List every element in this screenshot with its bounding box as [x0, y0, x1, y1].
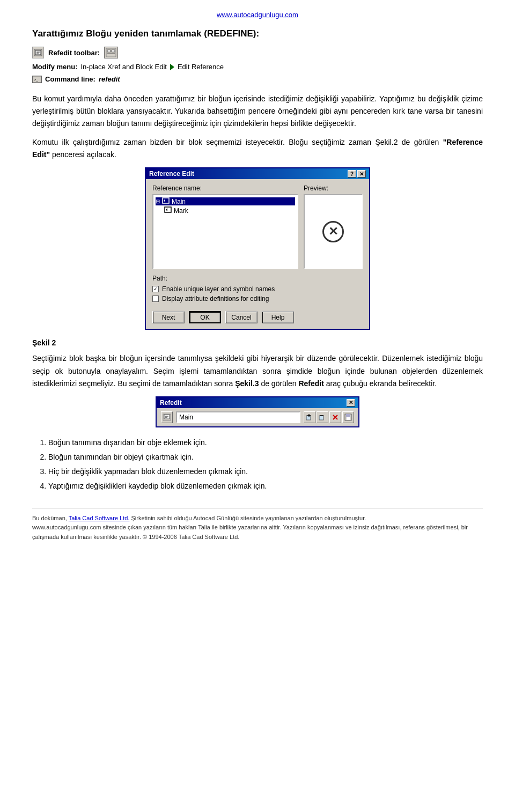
dialog-columns: Reference name: ⊟ Main — [152, 184, 363, 269]
svg-rect-5 — [107, 50, 111, 52]
dialog-right-panel: Preview: ✕ — [304, 184, 363, 269]
remove-from-working-set-icon — [319, 414, 326, 421]
modify-submenu: Edit Reference — [178, 63, 224, 71]
refedit-close-btn[interactable]: ✕ — [347, 399, 355, 407]
modify-menu-row: Modify menu: In-place Xref and Block Edi… — [32, 63, 483, 71]
toolbar-label: Refedit toolbar: — [48, 49, 100, 57]
checkbox-1-label: Enable unique layer and symbol names — [162, 285, 275, 293]
para3-bold2: Refedit — [298, 379, 323, 388]
ok-button[interactable]: OK — [189, 311, 221, 323]
paragraph-2: Komutu ilk çalıştırdığımız zaman bizden … — [32, 136, 483, 161]
help-button[interactable]: Help — [262, 311, 294, 323]
dialog-left-panel: Reference name: ⊟ Main — [152, 184, 298, 269]
refedit-box: Refedit ✕ Main — [156, 396, 359, 427]
footer-text2: Şirketinin sahibi olduğu Autocad Günlüğü… — [131, 515, 366, 521]
refedit-add-icon-btn[interactable] — [304, 411, 315, 423]
refedit-icon-group — [304, 411, 354, 423]
preview-x-icon: ✕ — [328, 225, 338, 239]
checkbox-2[interactable] — [152, 296, 159, 302]
discard-changes-icon — [332, 414, 339, 421]
refedit-remove-icon-btn[interactable] — [317, 411, 328, 423]
tree-item-main-label: Main — [172, 198, 186, 205]
para3-end: araç çubuğu ekranda belirecektir. — [326, 379, 437, 388]
block-svg-main — [162, 197, 170, 204]
add-to-working-set-icon — [306, 414, 313, 421]
block-svg-mark — [164, 206, 172, 213]
dialog-body: Reference name: ⊟ Main — [146, 179, 369, 329]
command-label: Command line: — [45, 75, 95, 83]
command-line-icon: >_ — [33, 76, 41, 83]
command-icon: >_ — [32, 76, 42, 83]
tree-item-main[interactable]: ⊟ Main — [156, 197, 295, 205]
dialog-buttons: Next OK Cancel Help — [152, 308, 363, 323]
footer-line1: Bu doküman, Talia Cad Software Ltd. Şirk… — [32, 514, 483, 523]
para2-end: penceresi açılacak. — [52, 150, 116, 159]
block-icon-main — [162, 197, 170, 205]
svg-rect-16 — [306, 416, 311, 420]
svg-rect-1 — [35, 50, 41, 55]
dialog-box: Reference Edit ? ✕ Reference name: ⊟ — [145, 167, 370, 330]
site-link[interactable]: www.autocadgunlugu.com — [217, 11, 298, 19]
tree-item-mark-label: Mark — [174, 207, 188, 215]
list-item-2: Bloğun tanımından bir objeyi çıkartmak i… — [48, 452, 483, 463]
refedit-input[interactable]: Main — [176, 411, 300, 423]
checkbox-row-2[interactable]: Display attribute definitions for editin… — [152, 295, 363, 302]
list-item-3: Hiç bir değişiklik yapmadan blok düzenle… — [48, 466, 483, 477]
block-icon-mark — [164, 206, 172, 215]
command-row: >_ Command line: refedit — [32, 75, 483, 83]
preview-area: ✕ — [304, 194, 363, 269]
site-url[interactable]: www.autocadgunlugu.com — [32, 11, 483, 19]
refedit-toolbar-title: Refedit — [160, 399, 182, 407]
next-button[interactable]: Next — [152, 311, 185, 323]
checkbox-1[interactable]: ✓ — [152, 286, 159, 292]
svg-rect-11 — [165, 207, 171, 212]
command-text: refedit — [99, 75, 120, 83]
para3-bold1: Şekil.3 — [235, 379, 259, 388]
checkbox-row-1[interactable]: ✓ Enable unique layer and symbol names — [152, 285, 363, 293]
save-back-changes-icon — [344, 414, 352, 421]
refedit-body: Main — [157, 408, 358, 426]
toolbar-icon-box — [104, 47, 118, 58]
expand-icon: ⊟ — [156, 198, 160, 204]
footer-text1: Bu doküman, — [32, 515, 67, 521]
svg-rect-13 — [164, 415, 170, 419]
page-title: Yarattığımız Bloğu yeniden tanımlamak (R… — [32, 28, 483, 39]
sekil2-caption: Şekil 2 — [32, 338, 483, 347]
arrow-icon — [170, 64, 174, 70]
preview-symbol: ✕ — [322, 221, 344, 242]
svg-rect-4 — [106, 48, 116, 57]
dialog-close-btn[interactable]: ✕ — [357, 170, 366, 178]
list-item-4: Yaptığımız değişiklikleri kaydedip blok … — [48, 481, 483, 492]
svg-rect-25 — [347, 417, 350, 420]
dialog-titlebar-controls: ? ✕ — [348, 170, 366, 178]
steps-list: Boğun tanımına dışarıdan bir obje ekleme… — [48, 437, 483, 492]
svg-text:>_: >_ — [34, 78, 38, 82]
tree-item-mark[interactable]: Mark — [164, 206, 295, 215]
refedit-save-icon-btn[interactable] — [342, 411, 354, 423]
dialog-title: Reference Edit — [149, 170, 194, 178]
paragraph-3: Seçtiğimiz blok başka bir bloğun içersin… — [32, 352, 483, 389]
toolbar-row: Refedit toolbar: — [32, 47, 483, 58]
reference-edit-dialog: Reference Edit ? ✕ Reference name: ⊟ — [145, 167, 370, 330]
toolbar-icon — [106, 48, 116, 57]
path-row: Path: — [152, 275, 363, 282]
svg-rect-6 — [112, 50, 115, 52]
refedit-titlebar-controls: ✕ — [347, 399, 355, 407]
footer-line2: www.autocadgunlugu.com sitesinde çıkan y… — [32, 523, 483, 542]
svg-rect-10 — [163, 198, 169, 203]
modify-path: In-place Xref and Block Edit — [81, 63, 167, 71]
footer-company-link[interactable]: Talia Cad Software Ltd. — [69, 515, 130, 521]
cancel-button[interactable]: Cancel — [225, 311, 258, 323]
dialog-question-btn[interactable]: ? — [348, 170, 356, 178]
refedit-discard-icon-btn[interactable] — [329, 411, 341, 423]
refedit-left-icon-btn[interactable] — [161, 411, 173, 423]
refedit-toolbar-dialog: Refedit ✕ Main — [156, 396, 359, 427]
refedit-titlebar: Refedit ✕ — [157, 397, 358, 408]
para3-mid: de görülen — [261, 379, 296, 388]
svg-rect-19 — [319, 416, 323, 420]
refedit-small-icon — [32, 47, 44, 58]
tree-area[interactable]: ⊟ Main — [152, 194, 298, 269]
refedit-icon-svg — [34, 49, 42, 56]
paragraph-1: Bu komut yardımıyla daha önceden yarattı… — [32, 93, 483, 130]
list-item-1: Boğun tanımına dışarıdan bir obje ekleme… — [48, 437, 483, 448]
